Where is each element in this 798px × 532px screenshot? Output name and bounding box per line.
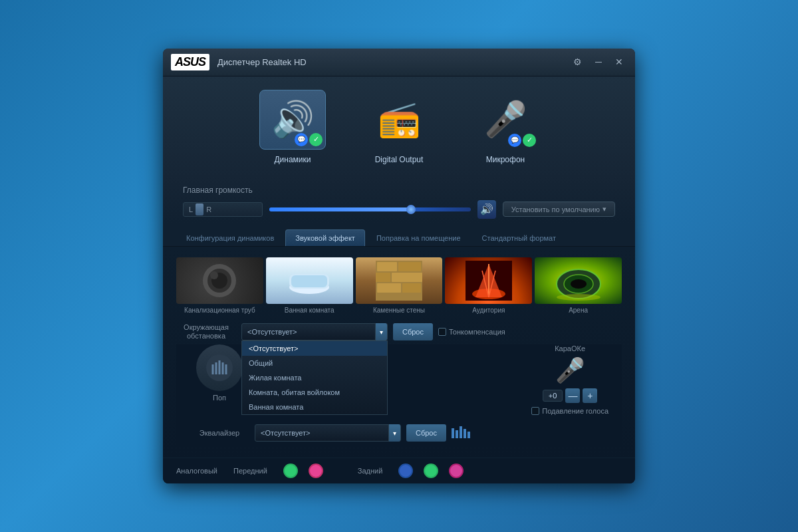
effect-pipe-thumb	[176, 257, 263, 304]
effect-arena[interactable]: Арена	[535, 257, 622, 314]
microphone-icon-wrap: 🎤 💬 ✓	[472, 90, 539, 150]
voice-suppress-control: Подавление голоса	[531, 407, 608, 415]
microphone-badge: 💬 ✓	[508, 134, 536, 147]
effect-bath-thumb	[266, 257, 353, 304]
volume-thumb[interactable]	[406, 205, 416, 214]
tone-comp-checkbox[interactable]	[438, 328, 446, 336]
svg-rect-36	[467, 432, 470, 438]
minimize-button[interactable]: ─	[591, 55, 606, 68]
env-option-bathroom[interactable]: Ванная комната	[242, 400, 387, 414]
volume-area: Главная громкость L R 🔊 Установить по ум…	[163, 178, 635, 224]
equalizer-reset-button[interactable]: Сброс	[406, 424, 446, 442]
mute-button[interactable]: 🔊	[477, 200, 496, 219]
tab-format[interactable]: Стандартный формат	[472, 229, 566, 246]
environment-label: Окружающая обстановка	[176, 323, 236, 340]
microphone-chat-badge: 💬	[508, 134, 521, 147]
jack-front-green[interactable]	[283, 464, 298, 478]
env-option-general[interactable]: Общий	[242, 356, 387, 370]
jack-rear-green[interactable]	[424, 464, 438, 478]
rear-label: Задний	[358, 467, 383, 475]
svg-rect-6	[291, 275, 327, 287]
equalizer-selected-value: <Отсутствует>	[261, 429, 311, 437]
karaoke-value: +0	[543, 390, 563, 402]
env-option-padded[interactable]: Комната, обитая войлоком	[242, 385, 387, 400]
device-digital[interactable]: 📻 Digital Output	[366, 90, 432, 164]
environment-select-wrap: <Отсутствует> ▾ <Отсутствует> Общий Жила…	[241, 323, 388, 340]
karaoke-minus-button[interactable]: —	[565, 388, 580, 403]
jack-rear-pink[interactable]	[449, 464, 464, 478]
svg-rect-13	[402, 283, 421, 293]
environment-dropdown: <Отсутствует> Общий Жилая комната Комнат…	[241, 340, 388, 415]
set-default-button[interactable]: Установить по умолчанию ▾	[503, 201, 615, 217]
microphone-label: Микрофон	[486, 155, 525, 164]
env-option-living[interactable]: Жилая комната	[242, 370, 387, 385]
svg-rect-8	[377, 262, 397, 271]
volume-balance-thumb[interactable]	[196, 203, 203, 215]
svg-rect-34	[460, 426, 462, 438]
titlebar: ASUS Диспетчер Realtek HD ⚙ ─ ✕	[163, 49, 635, 76]
tabs-area: Конфигурация динамиков Звуковой эффект П…	[163, 224, 635, 247]
effect-pipe[interactable]: Канализационная труб	[176, 257, 263, 314]
voice-suppress-checkbox[interactable]	[531, 407, 539, 415]
svg-rect-12	[377, 283, 401, 293]
svg-point-24	[571, 279, 587, 289]
svg-rect-32	[452, 428, 454, 438]
voice-suppress-label: Подавление голоса	[542, 407, 608, 415]
effects-area: Канализационная труб Ванная комната	[163, 247, 635, 458]
tab-effect[interactable]: Звуковой эффект	[285, 229, 365, 246]
svg-point-25	[557, 294, 600, 301]
karaoke-plus-button[interactable]: +	[583, 388, 597, 403]
effect-stone[interactable]: Каменные стены	[356, 257, 443, 314]
asus-logo: ASUS	[171, 54, 209, 70]
karaoke-controls: +0 — +	[543, 388, 598, 403]
effect-auditorium[interactable]: Аудитория	[445, 257, 532, 314]
jack-front-pink[interactable]	[309, 464, 323, 478]
device-microphone[interactable]: 🎤 💬 ✓ Микрофон	[472, 90, 539, 164]
tab-config[interactable]: Конфигурация динамиков	[176, 229, 284, 246]
svg-rect-10	[376, 273, 390, 282]
environment-reset-button[interactable]: Сброс	[393, 323, 433, 340]
volume-lr-control: L R	[183, 202, 263, 217]
karaoke-icon: 🎤	[555, 356, 585, 384]
environment-select[interactable]: <Отсутствует> ▾	[241, 323, 388, 340]
digital-icon-wrap: 📻	[366, 90, 432, 150]
equalizer-select-arrow[interactable]: ▾	[388, 424, 400, 442]
env-option-none[interactable]: <Отсутствует>	[242, 341, 387, 356]
titlebar-controls: ⚙ ─ ✕	[569, 55, 627, 68]
close-button[interactable]: ✕	[611, 55, 627, 68]
speakers-badge: 💬 ✓	[295, 133, 323, 146]
vol-l-label: L	[189, 205, 193, 213]
window-title: Диспетчер Realtek HD	[217, 57, 561, 67]
karaoke-section: КараОКе 🎤 +0 — + Подавление голоса	[531, 344, 608, 415]
speakers-label: Динамики	[274, 155, 311, 164]
pop-section: Поп	[190, 344, 249, 415]
equalizer-select[interactable]: <Отсутствует> ▾	[255, 424, 401, 442]
device-speakers[interactable]: 🔊 💬 ✓ Динамики	[259, 90, 326, 164]
settings-button[interactable]: ⚙	[569, 55, 586, 68]
effects-gallery: Канализационная труб Ванная комната	[176, 257, 622, 314]
environment-select-arrow[interactable]: ▾	[375, 323, 387, 340]
effect-pipe-label: Канализационная труб	[184, 307, 255, 314]
microphone-check-badge: ✓	[523, 134, 536, 147]
jack-rear-blue[interactable]	[398, 464, 413, 478]
equalizer-bars-icon[interactable]	[452, 425, 470, 442]
svg-rect-35	[464, 429, 466, 438]
volume-row: L R 🔊 Установить по умолчанию ▾	[183, 200, 615, 219]
pop-icon[interactable]	[196, 344, 243, 391]
volume-track-fill	[269, 207, 410, 211]
effect-bath-label: Ванная комната	[285, 307, 334, 314]
set-default-label: Установить по умолчанию	[511, 205, 600, 213]
equalizer-select-wrap: <Отсутствует> ▾	[255, 424, 401, 442]
tone-comp-control: Тонкомпенсация	[438, 328, 505, 336]
effect-stone-label: Каменные стены	[373, 307, 425, 314]
main-window: ASUS Диспетчер Realtek HD ⚙ ─ ✕ 🔊 💬 ✓ Ди…	[163, 49, 635, 483]
front-label: Передний	[233, 467, 267, 475]
analog-label: Аналоговый	[176, 467, 223, 475]
effect-bath[interactable]: Ванная комната	[266, 257, 353, 314]
tab-room[interactable]: Поправка на помещение	[366, 229, 471, 246]
tone-comp-label: Тонкомпенсация	[449, 328, 505, 336]
speakers-chat-badge: 💬	[295, 133, 308, 146]
karaoke-label: КараОКе	[555, 344, 585, 352]
svg-rect-33	[456, 430, 458, 438]
volume-track[interactable]	[269, 207, 471, 211]
